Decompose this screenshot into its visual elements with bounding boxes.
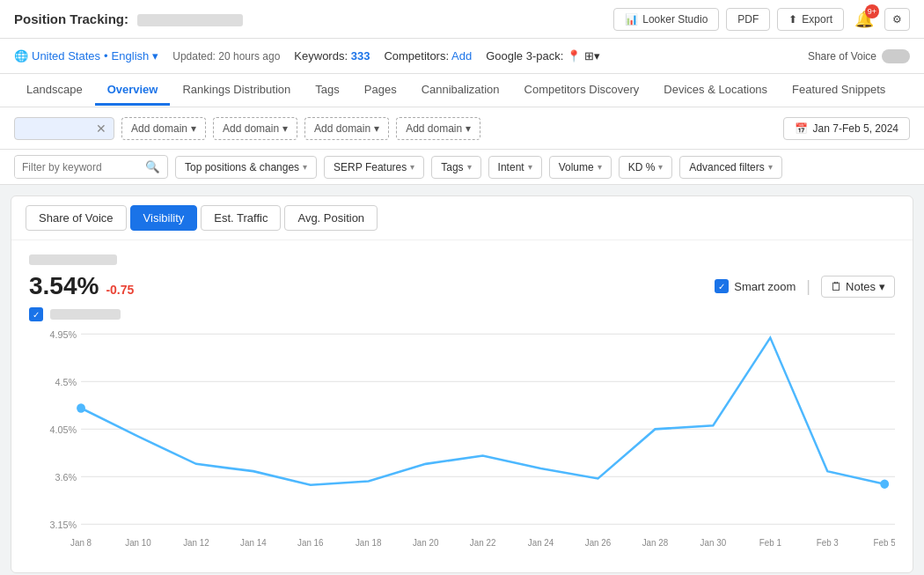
keywords-count-link[interactable]: 333 [351, 49, 370, 63]
volume-filter[interactable]: Volume ▾ [549, 156, 612, 179]
line-chart-container: 4.95% 4.5% 4.05% 3.6% 3.15% Jan 8 Jan 10… [29, 325, 895, 565]
sov-toggle: Share of Voice [808, 49, 910, 63]
tab-tags[interactable]: Tags [303, 76, 351, 106]
filter-bar-keywords: 🔍 Top positions & changes ▾ SERP Feature… [0, 150, 924, 185]
smart-zoom-control: ✓ Smart zoom [715, 279, 796, 293]
add-domain-button-3[interactable]: Add domain ▾ [304, 117, 389, 140]
svg-text:Jan 28: Jan 28 [642, 538, 669, 548]
notes-button[interactable]: 🗒 Notes ▾ [821, 276, 895, 298]
svg-text:Feb 5: Feb 5 [874, 538, 895, 548]
tags-filter[interactable]: Tags ▾ [431, 156, 480, 179]
svg-text:4.5%: 4.5% [55, 376, 77, 387]
top-positions-changes-filter[interactable]: Top positions & changes ▾ [175, 156, 317, 179]
chevron-down-icon: ▾ [528, 162, 532, 172]
google3pack-info: Google 3-pack: 📍 ⊞▾ [486, 49, 600, 63]
serp-features-filter[interactable]: SERP Features ▾ [324, 156, 424, 179]
keyword-filter-wrap: 🔍 [14, 155, 168, 179]
keyword-search-button[interactable]: 🔍 [138, 156, 167, 178]
legend-label-blur [50, 309, 121, 320]
tab-avg-position[interactable]: Avg. Position [284, 205, 378, 231]
tab-est-traffic[interactable]: Est. Traffic [201, 205, 281, 231]
chevron-down-icon: ▾ [598, 162, 602, 172]
kd-percent-filter[interactable]: KD % ▾ [619, 156, 673, 179]
svg-text:Jan 16: Jan 16 [297, 538, 324, 548]
chevron-down-icon: ▾ [282, 122, 288, 135]
notification-button[interactable]: 🔔 9+ [851, 6, 877, 33]
location-flag-icon: 🌐 [14, 49, 28, 63]
tab-share-of-voice[interactable]: Share of Voice [26, 205, 127, 231]
chart-dot-end [880, 480, 889, 489]
chart-card: Share of Voice Visibility Est. Traffic A… [11, 195, 913, 573]
smart-zoom-checkbox[interactable]: ✓ [715, 279, 729, 293]
delta-value: -0.75 [106, 283, 134, 297]
pdf-button[interactable]: PDF [726, 8, 770, 31]
export-button[interactable]: ⬆ Export [777, 8, 844, 31]
top-bar: Position Tracking: 📊 Looker Studio PDF ⬆… [0, 0, 924, 39]
chevron-down-icon: ▾ [879, 280, 885, 293]
svg-text:Jan 20: Jan 20 [413, 538, 439, 548]
tab-featured-snippets[interactable]: Featured Snippets [780, 76, 898, 106]
domain-input[interactable] [22, 122, 92, 135]
main-metric-value: 3.54% -0.75 [29, 272, 134, 300]
nav-tabs: Landscape Overview Rankings Distribution… [0, 74, 924, 107]
svg-text:Jan 8: Jan 8 [70, 538, 92, 548]
tab-landscape[interactable]: Landscape [14, 76, 95, 106]
chevron-down-icon: ▾ [768, 162, 773, 172]
notes-icon: 🗒 [831, 280, 842, 293]
svg-text:Feb 3: Feb 3 [817, 538, 840, 548]
keyword-filter-input[interactable] [15, 157, 138, 178]
svg-text:4.95%: 4.95% [49, 328, 77, 339]
date-range-button[interactable]: 📅 Jan 7-Feb 5, 2024 [783, 117, 910, 140]
advanced-filters-button[interactable]: Advanced filters ▾ [679, 156, 781, 179]
page-title: Position Tracking: [14, 11, 243, 26]
domain-name-blur [29, 254, 117, 265]
settings-button[interactable]: ⚙ [884, 8, 910, 31]
top-bar-actions: 📊 Looker Studio PDF ⬆ Export 🔔 9+ ⚙ [613, 6, 910, 33]
chevron-down-icon: ▾ [467, 162, 472, 172]
tab-rankings-distribution[interactable]: Rankings Distribution [170, 76, 303, 106]
divider: | [806, 277, 810, 296]
svg-text:Jan 14: Jan 14 [240, 538, 267, 548]
add-domain-button-4[interactable]: Add domain ▾ [396, 117, 480, 140]
svg-text:Jan 12: Jan 12 [183, 538, 209, 548]
chevron-down-icon: ▾ [374, 122, 379, 135]
legend-row: ✓ [29, 307, 895, 321]
metric-tabs: Share of Voice Visibility Est. Traffic A… [11, 196, 913, 240]
calendar-icon: 📅 [795, 122, 808, 135]
location-selector[interactable]: 🌐 United States • English ▾ [14, 49, 158, 63]
tab-overview[interactable]: Overview [95, 76, 171, 106]
svg-text:Jan 18: Jan 18 [356, 538, 382, 548]
chevron-down-icon: ▾ [303, 162, 307, 172]
export-icon: ⬆ [788, 13, 797, 26]
add-domain-button-2[interactable]: Add domain ▾ [213, 117, 297, 140]
google3pack-pin-icon: 📍 [567, 49, 581, 63]
add-competitor-link[interactable]: Add [451, 49, 472, 63]
sov-toggle-switch[interactable] [882, 49, 910, 63]
svg-text:Feb 1: Feb 1 [759, 538, 782, 548]
legend-checkbox[interactable]: ✓ [29, 307, 43, 321]
clear-domain-button[interactable]: ✕ [96, 122, 106, 136]
tab-pages[interactable]: Pages [352, 76, 409, 106]
chevron-down-icon: ▾ [658, 162, 663, 172]
tab-cannibalization[interactable]: Cannibalization [409, 76, 512, 106]
competitors-info: Competitors: Add [384, 49, 472, 63]
tab-devices-locations[interactable]: Devices & Locations [651, 76, 780, 106]
svg-text:3.6%: 3.6% [55, 471, 77, 482]
looker-icon: 📊 [625, 13, 638, 26]
svg-text:3.15%: 3.15% [49, 519, 77, 529]
chevron-down-icon: ▾ [410, 162, 414, 172]
looker-studio-button[interactable]: 📊 Looker Studio [613, 8, 719, 31]
google3pack-toggle-icon[interactable]: ⊞▾ [584, 49, 600, 63]
add-domain-button-1[interactable]: Add domain ▾ [121, 117, 206, 140]
tab-competitors-discovery[interactable]: Competitors Discovery [512, 76, 652, 106]
domain-input-wrap: ✕ [14, 117, 114, 140]
svg-text:Jan 30: Jan 30 [700, 538, 727, 548]
chart-line [81, 338, 884, 485]
notification-badge: 9+ [865, 4, 879, 18]
last-updated: Updated: 20 hours ago [172, 50, 280, 63]
keywords-info: Keywords: 333 [294, 49, 370, 63]
intent-filter[interactable]: Intent ▾ [488, 156, 542, 179]
tab-visibility[interactable]: Visibility [130, 205, 198, 231]
chevron-down-icon: ▾ [466, 122, 471, 135]
chart-area: 3.54% -0.75 ✓ Smart zoom | 🗒 Notes ▾ ✓ [11, 240, 913, 572]
